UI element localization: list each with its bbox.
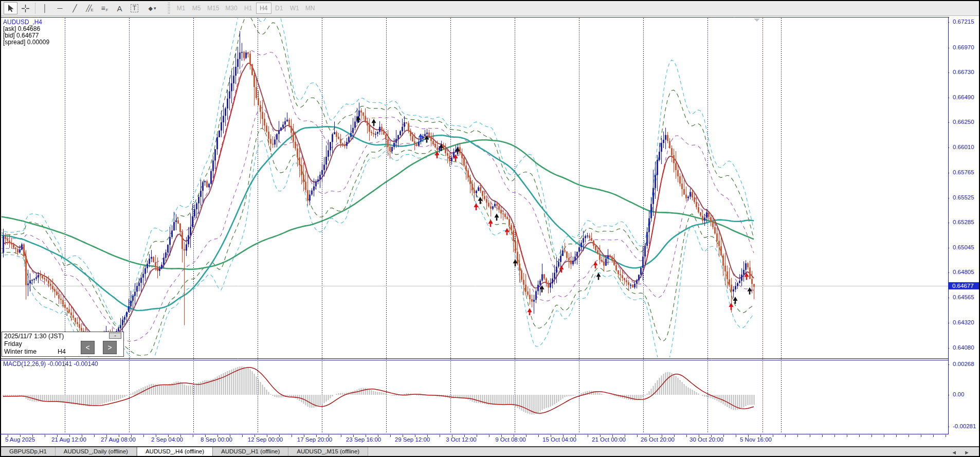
timeframe-h1-button[interactable]: H1 <box>241 3 256 14</box>
timeframe-h4-button[interactable]: H4 <box>256 3 271 14</box>
price-axis[interactable]: 0.672150.669700.667300.664900.662500.660… <box>949 16 979 446</box>
time-axis-tick <box>921 435 921 437</box>
info-prev-button[interactable]: < <box>81 341 95 354</box>
info-minimize-button[interactable]: - <box>109 333 121 339</box>
tab-audusd-h1[interactable]: AUDUSD_,H1 (offline) <box>213 447 288 456</box>
info-period: H4 <box>58 348 66 355</box>
time-axis-tick <box>834 435 835 437</box>
time-axis-label: 17 Sep 20:00 <box>297 436 332 443</box>
price-axis-label: 0.65285 <box>953 219 974 225</box>
time-axis-tick <box>686 435 687 437</box>
price-axis-label: 0.65765 <box>953 169 974 175</box>
tab-scroll-buttons: ◄► <box>951 449 977 455</box>
chart-canvas[interactable] <box>0 0 980 457</box>
arrows-icon: ◆ <box>149 5 153 12</box>
time-axis-tick <box>773 435 773 437</box>
time-axis-tick <box>859 435 860 437</box>
equidistant-channel-tool-button[interactable]: ╱╱ E <box>83 2 97 14</box>
crosshair-tool-button[interactable] <box>19 2 32 14</box>
chart-tab-bar: GBPUSDp,H1 AUDUSD_,Daily (offline) AUDUS… <box>1 446 979 456</box>
time-axis-tick <box>872 435 872 437</box>
info-next-button[interactable]: > <box>103 341 117 354</box>
time-axis-tick <box>588 435 588 437</box>
scroll-right-icon[interactable]: ► <box>964 449 977 455</box>
trendline-tool-button[interactable]: ╱ <box>68 2 82 14</box>
time-axis-label: 26 Oct 20:00 <box>641 436 675 443</box>
time-axis-tick <box>896 435 897 437</box>
timeframe-d1-button[interactable]: D1 <box>271 3 287 14</box>
price-axis-label: 0.64565 <box>953 294 974 300</box>
price-axis-label: 0.64320 <box>953 319 974 325</box>
vertical-line-icon: │ <box>43 4 47 12</box>
trendline-icon: ╱ <box>72 4 77 12</box>
info-season: Winter time <box>4 348 37 355</box>
timeframe-m15-button[interactable]: M15 <box>204 3 222 14</box>
time-axis-label: 23 Sep 16:00 <box>346 436 381 443</box>
time-axis[interactable]: 5 Aug 202521 Aug 12:0027 Aug 08:002 Sep … <box>1 435 948 446</box>
time-axis-tick <box>736 435 736 437</box>
time-axis-tick <box>847 435 847 437</box>
info-datetime: 2025/11/7 1:30 (JST) <box>4 333 64 340</box>
time-axis-label: 30 Oct 20:00 <box>689 436 723 443</box>
time-axis-tick <box>909 435 909 437</box>
timeframe-m1-button[interactable]: M1 <box>173 3 189 14</box>
horizontal-line-tool-button[interactable]: ─ <box>53 2 67 14</box>
timeframe-mn-button[interactable]: MN <box>302 3 318 14</box>
time-axis-tick <box>526 435 527 437</box>
timeframe-w1-button[interactable]: W1 <box>287 3 302 14</box>
text-label-icon: T <box>131 4 138 12</box>
text-tool-button[interactable]: A <box>113 2 126 14</box>
toolbar-grip[interactable] <box>168 3 170 14</box>
current-bid-tag: 0.64677 <box>948 282 979 289</box>
mt4-window: │ ─ ╱ ╱╱ E ≡ F A T ◆ ▾ M1 M5 M15 M30 H1 <box>0 0 980 457</box>
time-axis-label: 9 Oct 08:00 <box>495 436 525 443</box>
vertical-line-tool-button[interactable]: │ <box>38 2 52 14</box>
macd-axis-label: 0.00268 <box>953 361 974 367</box>
tab-audusd-daily[interactable]: AUDUSD_,Daily (offline) <box>56 447 137 456</box>
time-axis-tick <box>242 435 243 437</box>
time-axis-label: 27 Aug 08:00 <box>101 436 136 443</box>
time-axis-tick <box>946 435 946 437</box>
time-axis-tick <box>884 435 884 437</box>
horizontal-line-icon: ─ <box>58 4 63 12</box>
time-axis-label: 21 Aug 12:00 <box>51 436 86 443</box>
chevron-down-icon: ▾ <box>154 6 156 11</box>
price-axis-label: 0.66730 <box>953 69 974 75</box>
time-axis-label: 12 Sep 00:00 <box>248 436 283 443</box>
scroll-left-icon[interactable]: ◄ <box>951 449 964 455</box>
time-axis-tick <box>822 435 823 437</box>
fibonacci-tool-button[interactable]: ≡ F <box>98 2 112 14</box>
crosshair-icon <box>21 4 30 13</box>
time-axis-tick <box>785 435 786 437</box>
time-axis-tick <box>810 435 810 437</box>
timeframe-m30-button[interactable]: M30 <box>222 3 240 14</box>
tab-gbpusdp-h1[interactable]: GBPUSDp,H1 <box>1 447 56 456</box>
time-axis-tick <box>723 435 724 437</box>
time-axis-tick <box>440 435 440 437</box>
time-axis-tick <box>797 435 798 437</box>
tab-audusd-m15[interactable]: AUDUSD_,M15 (offline) <box>288 447 368 456</box>
time-axis-label: 3 Oct 12:00 <box>446 436 476 443</box>
fibonacci-icon: ≡ <box>101 4 105 12</box>
spread-value: [spread] 0.00009 <box>3 39 49 46</box>
price-axis-label: 0.64805 <box>953 269 974 275</box>
time-axis-label: 5 Nov 16:00 <box>740 436 772 443</box>
price-axis-label: 0.65525 <box>953 194 974 200</box>
timeframe-m5-button[interactable]: M5 <box>189 3 204 14</box>
time-axis-label: 15 Oct 04:00 <box>542 436 576 443</box>
tab-audusd-h4[interactable]: AUDUSD_,H4 (offline) <box>137 447 213 456</box>
cursor-icon <box>7 4 14 12</box>
time-axis-label: 2 Sep 04:00 <box>151 436 183 443</box>
arrows-tool-button[interactable]: ◆ ▾ <box>142 2 162 14</box>
text-icon: A <box>117 4 122 13</box>
text-label-tool-button[interactable]: T <box>128 2 141 14</box>
price-axis-label: 0.65045 <box>953 244 974 250</box>
time-axis-tick <box>45 435 45 437</box>
cursor-tool-button[interactable] <box>4 2 17 14</box>
time-axis-label: 8 Sep 00:00 <box>201 436 232 443</box>
time-axis-tick <box>94 435 95 437</box>
time-axis-label: 21 Oct 00:00 <box>592 436 626 443</box>
toolbar: │ ─ ╱ ╱╱ E ≡ F A T ◆ ▾ M1 M5 M15 M30 H1 <box>1 1 979 16</box>
time-axis-tick <box>477 435 477 437</box>
price-axis-label: 0.66010 <box>953 144 974 150</box>
